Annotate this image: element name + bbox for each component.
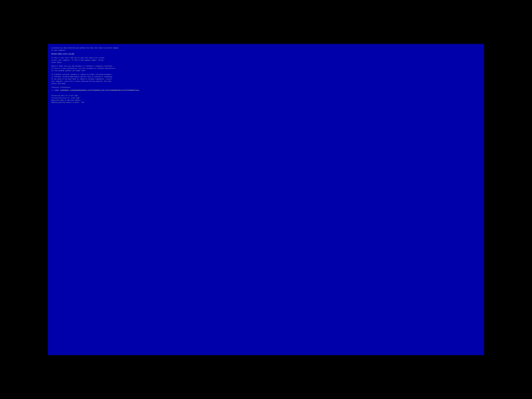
first-time-message: If this is the first time you've seen th… [51, 57, 481, 64]
check-hardware-message: Check to make sure any new hardware or s… [51, 65, 481, 72]
technical-info-label: Technical information: [51, 86, 481, 89]
screen-wrapper: A problem has been detected and windows … [0, 0, 532, 399]
dump-collecting: Collecting data for crash dump ... [51, 95, 481, 97]
error-code: DRIVER_POWER_STATE_FAILURE [51, 53, 481, 55]
bsod-screen: A problem has been detected and windows … [48, 44, 484, 355]
dump-initializing: Initializing disk for crash dump ... [51, 97, 481, 99]
header-text: A problem has been detected and windows … [51, 47, 481, 51]
dump-progress: Dumping physical memory to disk: 100 [51, 101, 481, 104]
dump-beginning: Beginning dump of physical memory. [51, 99, 481, 101]
stop-code: *** STOP: 0x0000009F (0x0000000000000003… [51, 89, 481, 92]
problems-continue-message: If problems continue, disable or remove … [51, 73, 481, 85]
